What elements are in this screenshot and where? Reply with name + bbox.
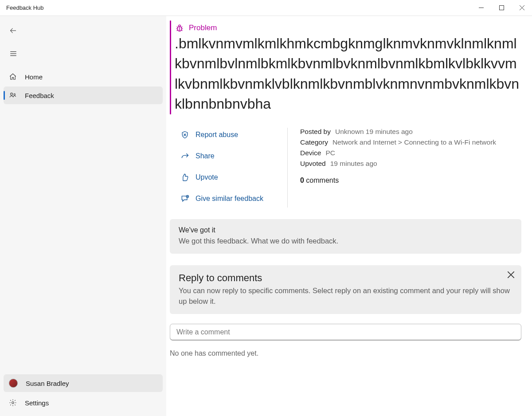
back-button[interactable] bbox=[4, 22, 22, 39]
info-label: Category bbox=[300, 138, 328, 146]
metadata-column: Posted by Unknown 19 minutes ago Categor… bbox=[288, 128, 521, 208]
action-label: Share bbox=[196, 152, 215, 160]
svg-rect-1 bbox=[499, 6, 504, 10]
accent-bar bbox=[170, 20, 171, 114]
sidebar-item-home[interactable]: Home bbox=[4, 68, 163, 86]
no-comments-text: No one has commented yet. bbox=[170, 349, 521, 357]
comments-count: 0 comments bbox=[300, 177, 521, 184]
share-icon bbox=[180, 152, 189, 161]
sidebar-item-label: Home bbox=[25, 73, 43, 81]
info-value: Unknown 19 minutes ago bbox=[335, 128, 413, 136]
feedback-icon bbox=[9, 91, 17, 100]
sidebar-item-settings[interactable]: Settings bbox=[4, 394, 163, 412]
action-label: Upvote bbox=[196, 173, 218, 181]
info-value: Network and Internet > Connecting to a W… bbox=[332, 138, 496, 146]
chat-plus-icon bbox=[180, 194, 189, 203]
svg-point-9 bbox=[14, 94, 15, 95]
sidebar-item-label: Settings bbox=[25, 399, 49, 407]
svg-line-17 bbox=[177, 30, 178, 31]
feedback-type-row: Problem bbox=[175, 20, 520, 33]
bug-icon bbox=[175, 23, 184, 33]
info-label: Upvoted bbox=[300, 160, 326, 168]
category-row: Category Network and Internet > Connecti… bbox=[300, 138, 521, 146]
report-abuse-link[interactable]: Report abuse bbox=[177, 130, 287, 139]
user-name: Susan Bradley bbox=[26, 380, 69, 387]
actions-column: Report abuse Share Upvote bbox=[177, 128, 288, 208]
svg-line-16 bbox=[181, 27, 183, 27]
action-label: Report abuse bbox=[196, 131, 238, 139]
feedback-title: .bmlkvnmvmlkmlkhmkcmbgknmglknmvknmvklnml… bbox=[175, 34, 520, 114]
share-link[interactable]: Share bbox=[177, 152, 287, 161]
avatar bbox=[9, 379, 18, 388]
upvote-link[interactable]: Upvote bbox=[177, 173, 287, 182]
info-value: PC bbox=[325, 149, 335, 157]
info-label: Posted by bbox=[300, 128, 331, 136]
window-maximize-button[interactable] bbox=[491, 0, 512, 16]
give-similar-feedback-link[interactable]: Give similar feedback bbox=[177, 194, 287, 203]
card-close-button[interactable] bbox=[508, 271, 514, 278]
window-minimize-button[interactable] bbox=[471, 0, 491, 16]
status-card: We've got it We got this feedback. What … bbox=[170, 219, 521, 254]
thumbs-up-icon bbox=[180, 173, 189, 182]
info-value: 19 minutes ago bbox=[330, 160, 377, 168]
upvoted-row: Upvoted 19 minutes ago bbox=[300, 160, 521, 168]
shield-icon bbox=[180, 130, 189, 139]
sidebar: Home Feedback Susan Bradley Settings bbox=[0, 16, 166, 416]
home-icon bbox=[9, 73, 17, 81]
sidebar-item-feedback[interactable]: Feedback bbox=[4, 86, 163, 104]
reply-info-card: Reply to comments You can now reply to s… bbox=[170, 265, 521, 314]
reply-card-body: You can now reply to specific comments. … bbox=[179, 286, 512, 307]
device-row: Device PC bbox=[300, 149, 521, 157]
sidebar-user[interactable]: Susan Bradley bbox=[4, 374, 163, 392]
feedback-header: Problem .bmlkvnmvmlkmlkhmkcmbgknmglknmvk… bbox=[166, 20, 521, 114]
svg-point-10 bbox=[12, 402, 14, 404]
window-titlebar: Feedback Hub bbox=[0, 0, 532, 16]
gear-icon bbox=[9, 399, 17, 407]
hamburger-menu-button[interactable] bbox=[4, 45, 22, 63]
status-card-body: We got this feedback. What we do with fe… bbox=[179, 236, 512, 247]
window-close-button[interactable] bbox=[512, 0, 532, 16]
window-title: Feedback Hub bbox=[0, 4, 44, 11]
comment-input[interactable] bbox=[170, 324, 521, 341]
comments-word: comments bbox=[304, 177, 339, 184]
reply-card-title: Reply to comments bbox=[179, 272, 512, 284]
sidebar-item-label: Feedback bbox=[25, 92, 54, 99]
status-card-title: We've got it bbox=[179, 226, 512, 234]
info-label: Device bbox=[300, 149, 321, 157]
comments-number: 0 bbox=[300, 177, 304, 184]
svg-line-18 bbox=[181, 30, 183, 31]
action-label: Give similar feedback bbox=[196, 195, 263, 203]
main-content: Problem .bmlkvnmvmlkmlkhmkcmbgknmglknmvk… bbox=[166, 16, 532, 416]
svg-point-8 bbox=[11, 93, 13, 95]
feedback-type-label: Problem bbox=[189, 24, 217, 32]
svg-line-15 bbox=[177, 27, 178, 27]
posted-by-row: Posted by Unknown 19 minutes ago bbox=[300, 128, 521, 136]
